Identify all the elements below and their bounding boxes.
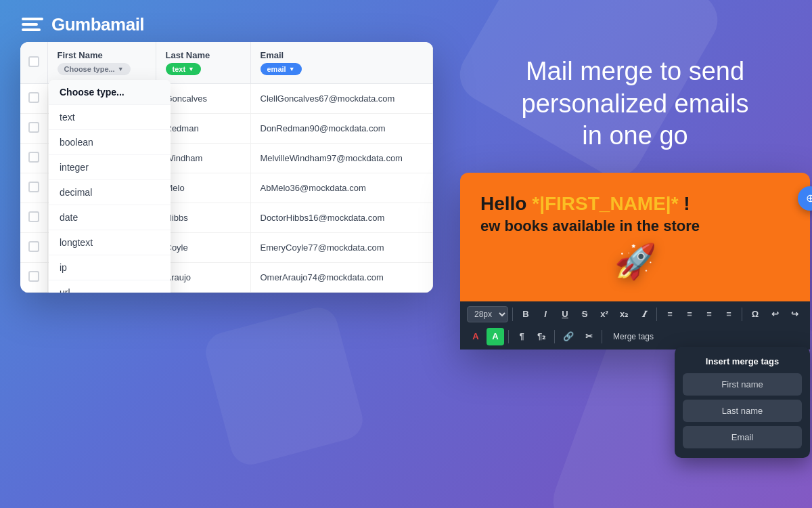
superscript-button[interactable]: x² <box>595 305 613 323</box>
omega-button[interactable]: Ω <box>746 305 764 323</box>
email-label: Email <box>261 50 424 60</box>
row-checkbox[interactable] <box>28 182 39 192</box>
email-type-badge[interactable]: email ▼ <box>261 63 302 75</box>
headline-line3: in one go <box>582 121 687 150</box>
illustration: 🚀 <box>480 235 790 288</box>
paragraph2-button[interactable]: ¶₂ <box>533 328 550 345</box>
highlight-button[interactable]: A <box>487 328 504 345</box>
dropdown-item-integer[interactable]: integer <box>49 155 171 180</box>
merge-tag-lastname-option[interactable]: Last name <box>683 400 802 422</box>
align-left-button[interactable]: ≡ <box>661 305 679 323</box>
logo-icon <box>20 12 45 37</box>
row-checkbox[interactable] <box>28 271 39 282</box>
editor-headline: Hello *|FIRST_NAME|* ! <box>480 193 790 215</box>
email-cell: ClellGoncalves67@mockdata.com <box>250 84 433 114</box>
logo-text: Gumbamail <box>51 14 144 35</box>
firstname-badge-text: Choose type... <box>64 65 115 73</box>
redo-button[interactable]: ↪ <box>786 305 803 323</box>
paragraph-button[interactable]: ¶ <box>513 328 531 345</box>
dropdown-item-url[interactable]: url <box>49 280 171 293</box>
lastname-badge-arrow: ▼ <box>188 66 194 72</box>
toolbar-divider2 <box>656 308 657 321</box>
italic-button[interactable]: I <box>537 305 554 323</box>
editor-subline: ew books available in the store <box>480 217 790 235</box>
type-dropdown-menu[interactable]: Choose type... text boolean integer deci… <box>49 80 171 293</box>
row-checkbox[interactable] <box>28 92 39 103</box>
spreadsheet-panel: First Name Choose type... ▼ Last Name te… <box>20 49 433 508</box>
right-panel: Mail merge to send personalized emails i… <box>460 49 810 508</box>
lastname-type-badge[interactable]: text ▼ <box>166 63 201 75</box>
row-checkbox[interactable] <box>28 211 39 222</box>
rocket-icon: 🚀 <box>614 242 656 281</box>
merge-tags-title: Insert merge tags <box>683 356 802 366</box>
lastname-badge-text: text <box>173 65 186 73</box>
dropdown-item-longtext[interactable]: longtext <box>49 230 171 255</box>
svg-rect-2 <box>22 28 41 31</box>
toolbar-divider4 <box>508 330 509 343</box>
email-cell: DoctorHibbs16@mockdata.com <box>250 203 433 233</box>
toolbar-divider <box>512 308 513 321</box>
italic2-button[interactable]: 𝑰 <box>635 305 652 323</box>
align-justify-button[interactable]: ≡ <box>720 305 738 323</box>
merge-tag-firstname-option[interactable]: First name <box>683 373 802 396</box>
editor-card: ⊕ Hello *|FIRST_NAME|* ! ew books availa… <box>460 173 810 350</box>
lastname-label: Last Name <box>166 50 241 60</box>
badge-dropdown-arrow: ▼ <box>118 66 124 72</box>
dropdown-item-text[interactable]: text <box>49 105 171 130</box>
underline-button[interactable]: U <box>556 305 574 323</box>
editor-toolbar: 28px B I U S x² x₂ 𝑰 ≡ ≡ ≡ ≡ Ω <box>460 301 810 350</box>
app-header: Gumbamail <box>0 0 812 49</box>
email-cell: EmeryCoyle77@mockdata.com <box>250 233 433 263</box>
row-checkbox[interactable] <box>28 122 39 133</box>
toolbar-divider5 <box>554 330 555 343</box>
link-button[interactable]: 🔗 <box>559 328 578 345</box>
drag-handle[interactable]: ⊕ <box>798 186 812 211</box>
firstname-type-badge[interactable]: Choose type... ▼ <box>58 63 131 75</box>
merge-tags-panel: Insert merge tags First name Last name E… <box>675 347 810 458</box>
dropdown-item-boolean[interactable]: boolean <box>49 130 171 155</box>
merge-tags-button[interactable]: Merge tags <box>606 329 660 344</box>
main-content: First Name Choose type... ▼ Last Name te… <box>0 49 812 508</box>
font-size-select[interactable]: 28px <box>467 306 508 322</box>
header-checkbox[interactable] <box>28 56 39 67</box>
dropdown-item-choose[interactable]: Choose type... <box>49 80 171 105</box>
email-cell: AbMelo36@mockdata.com <box>250 173 433 203</box>
align-right-button[interactable]: ≡ <box>700 305 718 323</box>
headline-line2: personalized emails <box>522 89 749 118</box>
email-badge-arrow: ▼ <box>289 66 295 72</box>
strikethrough-button[interactable]: S <box>576 305 593 323</box>
dropdown-item-decimal[interactable]: decimal <box>49 180 171 205</box>
firstname-label: First Name <box>58 50 146 60</box>
headline: Mail merge to send personalized emails i… <box>460 56 810 152</box>
toolbar-divider3 <box>742 308 742 321</box>
email-cell: MelvilleWindham97@mockdata.com <box>250 144 433 173</box>
email-cell: DonRedman90@mockdata.com <box>250 114 433 144</box>
subscript-button[interactable]: x₂ <box>615 305 633 323</box>
font-color-button[interactable]: A <box>467 328 484 345</box>
bold-button[interactable]: B <box>517 305 535 323</box>
dropdown-item-date[interactable]: date <box>49 205 171 230</box>
dropdown-item-ip[interactable]: ip <box>49 255 171 280</box>
row-checkbox[interactable] <box>28 152 39 163</box>
row-checkbox[interactable] <box>28 241 39 252</box>
merge-tag-firstname: *|FIRST_NAME|* <box>532 193 678 214</box>
unlink-button[interactable]: ✂ <box>580 328 597 345</box>
toolbar-divider6 <box>602 330 602 343</box>
email-cell: OmerAraujo74@mockdata.com <box>250 263 433 293</box>
toolbar-row-2: A A ¶ ¶₂ 🔗 ✂ Merge tags <box>467 328 803 345</box>
svg-rect-1 <box>22 23 38 26</box>
align-center-button[interactable]: ≡ <box>681 305 698 323</box>
editor-body: ⊕ Hello *|FIRST_NAME|* ! ew books availa… <box>460 173 810 301</box>
merge-tag-email-option[interactable]: Email <box>683 426 802 448</box>
headline-line1: Mail merge to send <box>526 57 744 85</box>
svg-rect-0 <box>22 18 43 20</box>
spreadsheet-card: First Name Choose type... ▼ Last Name te… <box>20 42 433 293</box>
undo-button[interactable]: ↩ <box>766 305 784 323</box>
email-badge-text: email <box>267 65 286 73</box>
toolbar-row-1: 28px B I U S x² x₂ 𝑰 ≡ ≡ ≡ ≡ Ω <box>467 305 803 323</box>
